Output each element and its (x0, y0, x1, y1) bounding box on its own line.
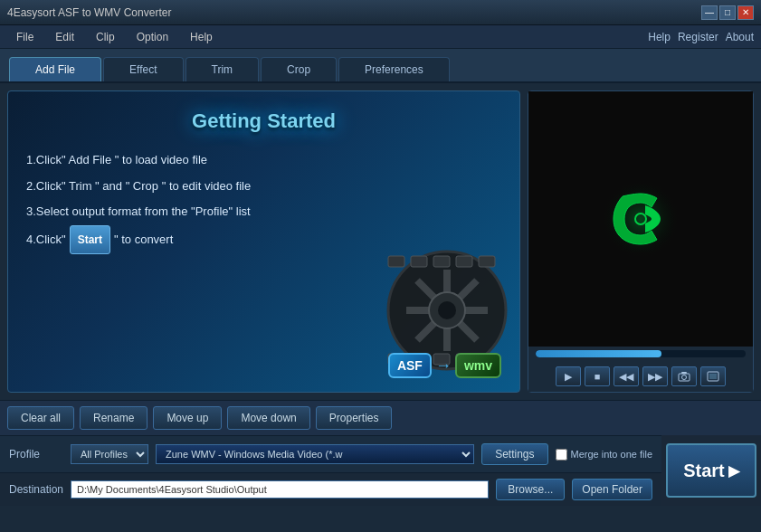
tab-crop[interactable]: Crop (261, 57, 337, 81)
menu-right: Help Register About (648, 31, 754, 43)
profile-row: Profile All Profiles Zune WMV - Windows … (0, 435, 661, 472)
svg-rect-13 (433, 256, 450, 267)
getting-started-panel: Getting Started 1.Click" Add File " to l… (7, 90, 520, 393)
tab-add-file[interactable]: Add File (9, 57, 101, 81)
format-badges: ASF → wmv (388, 353, 501, 378)
clear-all-button[interactable]: Clear all (7, 406, 74, 430)
profile-dropdown[interactable]: All Profiles (71, 444, 148, 464)
seek-bar[interactable] (536, 350, 746, 357)
move-down-button[interactable]: Move down (227, 406, 309, 430)
app-logo (595, 174, 686, 264)
rename-button[interactable]: Rename (80, 406, 147, 430)
svg-rect-27 (709, 374, 717, 379)
destination-path-input[interactable] (71, 480, 489, 499)
merge-label[interactable]: Merge into one file (556, 449, 653, 461)
fullscreen-button[interactable] (700, 366, 726, 386)
snapshot-button[interactable] (671, 366, 697, 386)
video-display (528, 91, 753, 347)
svg-rect-11 (388, 256, 404, 267)
action-buttons-bar: Clear all Rename Move up Move down Prope… (0, 400, 761, 435)
start-badge-inline: Start (70, 225, 110, 254)
window-controls: — □ ✕ (701, 5, 754, 20)
rewind-button[interactable]: ◀◀ (614, 366, 639, 386)
app-title: 4Easysort ASF to WMV Converter (7, 6, 171, 19)
start-arrow-icon: ▶ (728, 462, 739, 480)
settings-button[interactable]: Settings (481, 443, 547, 465)
merge-checkbox[interactable] (556, 449, 567, 461)
properties-button[interactable]: Properties (316, 406, 393, 430)
profile-dest-area: Profile All Profiles Zune WMV - Windows … (0, 435, 761, 506)
menu-left: File Edit Clip Option Help (7, 29, 222, 45)
stop-button[interactable]: ■ (585, 366, 610, 386)
help-link[interactable]: Help (648, 31, 671, 43)
minimize-button[interactable]: — (701, 5, 718, 20)
getting-started-title: Getting Started (26, 109, 501, 133)
format-dropdown[interactable]: Zune WMV - Windows Media Video (*.w (156, 444, 474, 464)
tabs-bar: Add File Effect Trim Crop Preferences (0, 49, 761, 83)
playback-controls: ▶ ■ ◀◀ ▶▶ (528, 361, 753, 392)
menu-help[interactable]: Help (181, 29, 222, 45)
start-button-container: Start ▶ (661, 435, 761, 506)
destination-row: Destination Browse... Open Folder (0, 472, 661, 506)
tab-effect[interactable]: Effect (103, 57, 183, 81)
profile-dest-left: Profile All Profiles Zune WMV - Windows … (0, 435, 661, 506)
seek-fill (536, 350, 661, 357)
forward-button[interactable]: ▶▶ (642, 366, 668, 386)
seek-bar-container (528, 347, 753, 361)
tab-trim[interactable]: Trim (185, 57, 260, 81)
menu-clip[interactable]: Clip (87, 29, 124, 45)
move-up-button[interactable]: Move up (153, 406, 222, 430)
svg-point-21 (600, 178, 681, 260)
wmv-badge: wmv (455, 353, 501, 378)
menu-file[interactable]: File (7, 29, 43, 45)
bottom-section: Profile All Profiles Zune WMV - Windows … (0, 435, 761, 506)
arrow-icon: → (435, 356, 452, 375)
profile-label: Profile (9, 448, 63, 461)
step-3: 3.Select output format from the "Profile… (26, 199, 501, 225)
start-button[interactable]: Start ▶ (666, 443, 756, 498)
svg-rect-25 (681, 372, 687, 374)
svg-rect-12 (411, 256, 427, 267)
menu-edit[interactable]: Edit (46, 29, 83, 45)
title-bar: 4Easysort ASF to WMV Converter — □ ✕ (0, 0, 761, 25)
asf-badge: ASF (388, 353, 432, 378)
svg-point-2 (438, 301, 456, 319)
browse-button[interactable]: Browse... (496, 479, 565, 500)
close-button[interactable]: ✕ (737, 5, 754, 20)
maximize-button[interactable]: □ (719, 5, 736, 20)
register-link[interactable]: Register (678, 31, 718, 43)
menu-bar: File Edit Clip Option Help Help Register… (0, 25, 761, 49)
svg-point-24 (682, 375, 687, 380)
svg-rect-14 (456, 256, 472, 267)
destination-label: Destination (9, 483, 63, 496)
step-2: 2.Click" Trim " and " Crop " to edit vid… (26, 174, 501, 200)
about-link[interactable]: About (726, 31, 754, 43)
svg-rect-15 (479, 256, 495, 267)
step-1: 1.Click" Add File " to load video file (26, 147, 501, 174)
main-content: Getting Started 1.Click" Add File " to l… (0, 83, 761, 400)
open-folder-button[interactable]: Open Folder (572, 479, 652, 500)
tab-preferences[interactable]: Preferences (338, 57, 450, 81)
play-button[interactable]: ▶ (556, 366, 581, 386)
video-preview-panel: ▶ ■ ◀◀ ▶▶ (528, 90, 754, 393)
menu-option[interactable]: Option (128, 29, 177, 45)
